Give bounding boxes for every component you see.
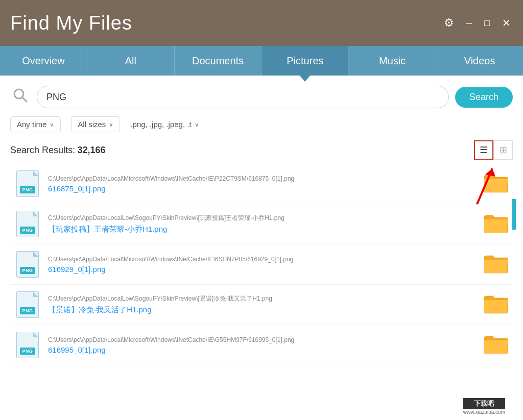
list-view-icon: ☰ (480, 144, 488, 156)
file-info: C:\Users\pc\AppData\Local\Microsoft\Wind… (48, 336, 476, 354)
results-label: Search Results: (10, 145, 75, 155)
file-info: C:\Users\pc\AppData\LocalLow\SogouPY\Ski… (48, 214, 476, 234)
size-filter-chevron: ∨ (109, 121, 113, 128)
list-item: PNG C:\Users\pc\AppData\Local\Microsoft\… (10, 164, 513, 204)
file-info: C:\Users\pc\AppData\Local\Microsoft\Wind… (48, 256, 476, 274)
results-header: Search Results: 32,166 ☰ ⊞ (10, 140, 513, 160)
results-count-label: Search Results: 32,166 (10, 145, 106, 156)
file-path: C:\Users\pc\AppData\Local\Microsoft\Wind… (48, 336, 476, 343)
file-icon: PNG (14, 290, 41, 319)
filters-row: Any time ∨ All sizes ∨ .png, .jpg, .jpeg… (10, 116, 513, 132)
tab-overview[interactable]: Overview (0, 46, 87, 76)
file-icon-body: PNG (16, 170, 39, 197)
file-path: C:\Users\pc\AppData\LocalLow\SogouPY\Ski… (48, 214, 476, 223)
nav-tabs: Overview All Documents Pictures Music Vi… (0, 46, 523, 76)
list-item: PNG C:\Users\pc\AppData\Local\Microsoft\… (10, 325, 513, 365)
grid-view-button[interactable]: ⊞ (493, 140, 513, 160)
tab-videos[interactable]: Videos (436, 46, 523, 76)
file-name[interactable]: 616875_0[1].png (48, 184, 476, 193)
list-item: PNG C:\Users\pc\AppData\LocalLow\SogouPY… (10, 204, 513, 244)
folder-icon[interactable] (483, 253, 509, 276)
search-icon-wrap (10, 87, 31, 107)
file-type-badge: PNG (20, 267, 35, 274)
file-icon-body: PNG (16, 251, 39, 278)
file-list: PNG C:\Users\pc\AppData\Local\Microsoft\… (10, 164, 513, 420)
file-info: C:\Users\pc\AppData\LocalLow\SogouPY\Ski… (48, 294, 476, 315)
file-icon: PNG (14, 209, 41, 239)
tab-documents[interactable]: Documents (175, 46, 262, 76)
app-title: Find My Files (10, 12, 132, 34)
time-filter-dropdown[interactable]: Any time ∨ (10, 116, 61, 132)
file-icon-body: PNG (16, 291, 39, 318)
file-type-badge: PNG (20, 348, 35, 355)
time-filter-label: Any time (17, 120, 46, 129)
maximize-icon: □ (484, 18, 490, 28)
close-icon: ✕ (502, 17, 511, 29)
search-button[interactable]: Search (455, 87, 513, 108)
file-name[interactable]: 616995_0[1].png (48, 345, 476, 354)
file-icon-body: PNG (16, 332, 39, 358)
file-name[interactable]: 【景诺】冷兔·我又活了H1.png (48, 305, 476, 315)
ext-filter-chevron: ∨ (195, 121, 199, 128)
main-content: Search Any time ∨ All sizes ∨ .png, .jpg… (0, 76, 523, 420)
file-path: C:\Users\pc\AppData\LocalLow\SogouPY\Ski… (48, 294, 476, 303)
search-bar: Search (10, 86, 513, 108)
file-name[interactable]: 616929_0[1].png (48, 265, 476, 274)
folder-icon[interactable] (483, 293, 509, 316)
search-icon (12, 87, 29, 107)
minimize-icon: ─ (466, 19, 472, 28)
file-type-badge: PNG (20, 307, 35, 314)
results-number: 32,166 (78, 145, 106, 155)
title-bar: Find My Files ⚙ ─ □ ✕ (0, 0, 523, 46)
view-toggle: ☰ ⊞ (474, 140, 513, 160)
file-name[interactable]: 【玩家投稿】王者荣耀-小乔H1.png (48, 225, 476, 234)
maximize-button[interactable]: □ (482, 16, 492, 31)
settings-button[interactable]: ⚙ (442, 14, 456, 32)
close-button[interactable]: ✕ (500, 15, 513, 31)
scroll-indicator (512, 199, 516, 230)
time-filter-chevron: ∨ (50, 121, 54, 128)
file-type-badge: PNG (20, 186, 35, 193)
tab-all[interactable]: All (87, 46, 175, 76)
folder-icon[interactable] (483, 212, 509, 236)
file-icon: PNG (14, 169, 41, 199)
file-icon: PNG (14, 250, 41, 279)
gear-icon: ⚙ (444, 16, 454, 29)
minimize-button[interactable]: ─ (464, 16, 474, 31)
list-item: PNG C:\Users\pc\AppData\LocalLow\SogouPY… (10, 285, 513, 325)
folder-icon[interactable] (483, 172, 509, 195)
ext-filter-dropdown[interactable]: .png, .jpg, .jpeg, .t ∨ (130, 120, 199, 129)
list-item: PNG C:\Users\pc\AppData\Local\Microsoft\… (10, 244, 513, 285)
folder-icon[interactable] (483, 333, 509, 357)
file-icon: PNG (14, 330, 41, 360)
size-filter-dropdown[interactable]: All sizes ∨ (71, 116, 120, 132)
size-filter-label: All sizes (78, 120, 106, 129)
list-view-button[interactable]: ☰ (474, 140, 493, 160)
window-controls: ⚙ ─ □ ✕ (442, 14, 513, 32)
grid-view-icon: ⊞ (500, 144, 507, 156)
search-input[interactable] (37, 86, 449, 108)
tab-music[interactable]: Music (349, 46, 436, 76)
file-path: C:\Users\pc\AppData\Local\Microsoft\Wind… (48, 175, 476, 182)
svg-line-1 (22, 97, 27, 102)
file-info: C:\Users\pc\AppData\Local\Microsoft\Wind… (48, 175, 476, 193)
ext-filter-label: .png, .jpg, .jpeg, .t (130, 120, 191, 129)
file-icon-body: PNG (16, 211, 39, 237)
tab-pictures[interactable]: Pictures (262, 46, 349, 76)
file-type-badge: PNG (20, 227, 35, 234)
file-path: C:\Users\pc\AppData\Local\Microsoft\Wind… (48, 256, 476, 263)
